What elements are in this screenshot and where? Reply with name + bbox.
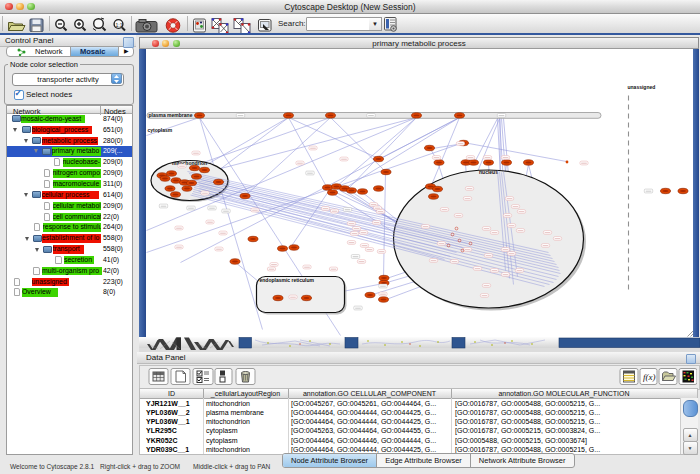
svg-text:endoplasmic reticulum: endoplasmic reticulum xyxy=(259,277,314,283)
svg-text:cytoplasm: cytoplasm xyxy=(147,126,172,132)
svg-text:nucleus: nucleus xyxy=(479,169,498,175)
svg-text:f(x): f(x) xyxy=(643,372,656,382)
svg-text:mitochondrion: mitochondrion xyxy=(172,160,207,166)
svg-text:plasma membrane: plasma membrane xyxy=(148,112,192,118)
svg-text:1:1: 1:1 xyxy=(116,22,123,28)
svg-text:unassigned: unassigned xyxy=(627,84,655,90)
